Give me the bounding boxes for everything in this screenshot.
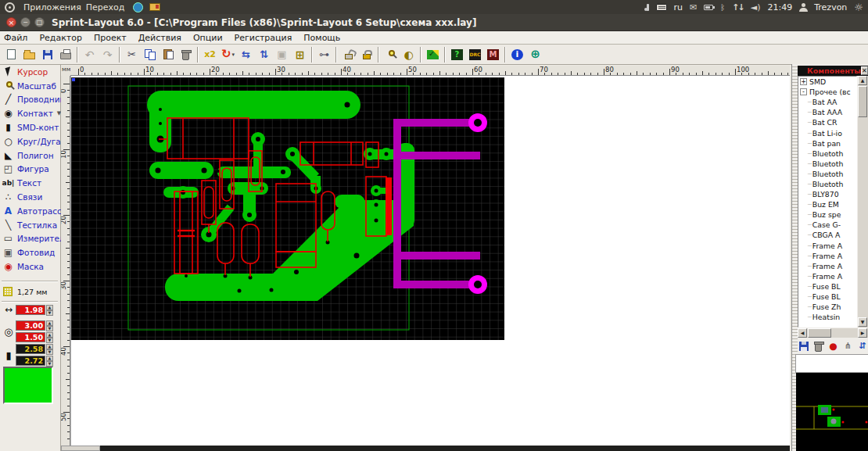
save-macro-button[interactable] (798, 340, 810, 353)
new-file-button[interactable] (2, 46, 20, 63)
delete-macro-button[interactable] (812, 340, 825, 353)
tool-track[interactable]: ╱Проводник (0, 93, 60, 107)
canvas-horizontal-scrollbar[interactable] (61, 446, 790, 451)
group-button[interactable]: ▣ (273, 46, 291, 63)
macros-button[interactable]: M (484, 46, 502, 63)
menu-Файл[interactable]: Файл (4, 33, 27, 43)
info-button[interactable]: i (508, 46, 526, 63)
tree-item-BLY870[interactable]: ┄BLY870 (798, 189, 856, 199)
tree-item-Frame-A[interactable]: ┄Frame A (798, 241, 856, 251)
tool-mask[interactable]: ◉Маска (0, 260, 60, 274)
tool-text[interactable]: ab|Текст (0, 176, 60, 190)
mail-icon[interactable]: ✉ (690, 2, 697, 13)
network-icon[interactable]: ↑↓ (732, 2, 743, 13)
desktop-menu-Приложения[interactable]: Приложения (21, 2, 84, 13)
tree-item-Bat-AA[interactable]: ┄Bat AA (798, 97, 856, 107)
record-macro-button[interactable]: ● (827, 340, 840, 353)
track-width-field[interactable]: 1.98 (16, 305, 45, 315)
tree-item-Bat-Li-io[interactable]: ┄Bat Li-io (798, 127, 856, 138)
tree-expand-icon[interactable]: - (800, 88, 807, 95)
scroll-down-icon[interactable]: ▼ (858, 317, 867, 327)
lock-button[interactable] (357, 46, 375, 63)
bluetooth-icon[interactable]: ᛒ (720, 3, 725, 12)
tree-item-Frame-A[interactable]: ┄Frame A (798, 271, 856, 281)
tree-item-CBGA-A[interactable]: ┄CBGA A (798, 230, 856, 240)
tree-item-Fuse-BL[interactable]: ┄Fuse BL (798, 281, 856, 292)
tree-horizontal-scrollbar[interactable]: ◀ ▶ (798, 328, 868, 338)
tree-item-Fuse-Zh[interactable]: ┄Fuse Zh (798, 302, 856, 312)
menu-Помощь[interactable]: Помощь (303, 33, 340, 43)
print-button[interactable] (56, 46, 74, 63)
view-mode-button[interactable]: ◐ (400, 46, 418, 63)
keyboard-icon[interactable] (656, 4, 667, 11)
pad-outer-field[interactable]: 3.00 (16, 320, 45, 331)
panel-close-icon[interactable]: ✕ (861, 66, 868, 75)
connections-button[interactable]: ⊶ (315, 46, 333, 63)
power-icon[interactable]: ☼ (854, 2, 863, 13)
pad-drill-spinner[interactable]: ▲▼ (46, 332, 53, 342)
tool-test-probe[interactable]: ╲Тестилка (0, 218, 60, 232)
redo-button[interactable]: ↷ (99, 46, 117, 63)
volume-icon[interactable]: ◄) (751, 2, 761, 13)
menu-Проект[interactable]: Проект (94, 33, 127, 43)
tree-item-Bat-CR[interactable]: ┄Bat CR (798, 117, 856, 127)
desktop-menu-Переход[interactable]: Переход (84, 2, 127, 13)
tool-nets[interactable]: ∴Связи (0, 190, 60, 204)
scroll-thumb[interactable] (858, 86, 867, 117)
snap-grid-button[interactable]: ⊞ (291, 46, 309, 63)
rotate-button[interactable]: ↻▾ (219, 46, 237, 63)
scroll-left-icon[interactable]: ◀ (798, 328, 807, 338)
smd-width-spinner[interactable]: ▲▼ (46, 344, 53, 354)
delete-button[interactable] (177, 46, 195, 63)
track-width-spinner[interactable]: ▲▼ (46, 305, 53, 315)
menu-Действия[interactable]: Действия (138, 33, 181, 43)
window-close-button[interactable]: × (6, 17, 16, 27)
duplicate-button[interactable]: x2 (201, 46, 219, 63)
paste-button[interactable] (159, 46, 177, 63)
unlock-button[interactable] (339, 46, 357, 63)
tree-vertical-scrollbar[interactable]: ▲ ▼ (858, 76, 868, 328)
measure-macro-button[interactable]: ⋔ (841, 340, 854, 353)
origin-button[interactable]: ⊕ (526, 46, 544, 63)
tool-cursor[interactable]: Курсор (0, 65, 60, 79)
scroll-thumb[interactable] (808, 328, 831, 338)
tree-item-Bat-pan[interactable]: ┄Bat pan (798, 138, 856, 149)
tool-measure[interactable]: ▭Измеритель (0, 232, 60, 246)
tree-item-Bluetoth[interactable]: ┄Bluetoth (798, 179, 856, 189)
tree-item-SMD[interactable]: +SMD (798, 77, 856, 87)
clock[interactable]: 21:49 (768, 2, 793, 13)
file-manager-icon[interactable] (149, 3, 160, 11)
grid-setting[interactable]: 1,27 мм (3, 287, 48, 296)
scroll-right-icon[interactable]: ▶ (858, 328, 867, 338)
tree-item-Heatsin[interactable]: ┄Heatsin (798, 312, 856, 322)
tree-item-Buz-spe[interactable]: ┄Buz spe (798, 209, 856, 220)
tool-polygon[interactable]: ◣Полигон (0, 149, 60, 163)
tree-item-Bluetoth[interactable]: ┄Bluetoth (798, 149, 856, 159)
smd-height-field[interactable]: 2.72 (16, 356, 45, 366)
tool-zoom[interactable]: Масштаб (0, 79, 60, 93)
tool-pad[interactable]: ◉Контакт▼ (0, 106, 60, 120)
tree-item-Frame-A[interactable]: ┄Frame A (798, 261, 856, 271)
menu-Редактор[interactable]: Редактор (39, 33, 82, 43)
drc-button[interactable]: DRC (466, 46, 484, 63)
pad-drill-field[interactable]: 1.50 (16, 332, 45, 342)
cut-button[interactable]: ✂ (123, 46, 141, 63)
rotate-macro-button[interactable]: ⇵ (856, 340, 868, 353)
tool-shape[interactable]: ◰Фигура (0, 163, 60, 177)
layers-button[interactable] (424, 46, 442, 63)
input-method-icon[interactable] (647, 4, 649, 11)
tree-item-Bluetoth[interactable]: ┄Bluetoth (798, 159, 856, 169)
distro-logo-icon[interactable] (5, 2, 15, 13)
smd-width-field[interactable]: 2.58 (16, 344, 45, 354)
tool-smd-pad[interactable]: ▮SMD-конт (0, 120, 60, 134)
battery-icon[interactable] (704, 5, 713, 10)
tree-item-Bat-AAA[interactable]: ┄Bat AAA (798, 107, 856, 117)
pcb-canvas[interactable] (70, 76, 790, 446)
tree-expand-icon[interactable]: + (800, 78, 807, 85)
copy-button[interactable] (141, 46, 159, 63)
active-layer-color-swatch[interactable] (3, 367, 53, 404)
photo-test-button[interactable]: ? (448, 46, 466, 63)
window-minimize-button[interactable]: − (20, 17, 30, 27)
menu-Опции[interactable]: Опции (193, 33, 223, 43)
tool-autoroute[interactable]: AАвтотрасса (0, 204, 60, 218)
